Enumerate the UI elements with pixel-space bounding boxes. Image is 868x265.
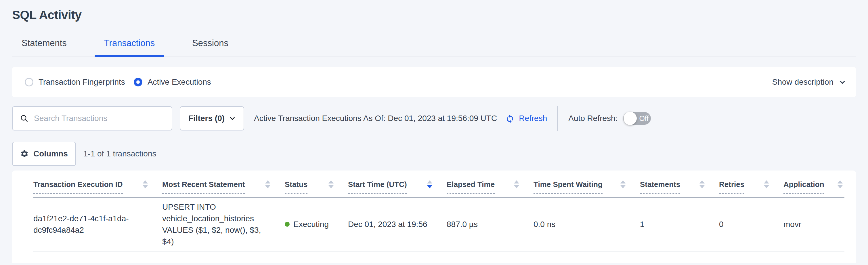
results-count: 1-1 of 1 transactions: [84, 149, 156, 158]
sort-icon: [755, 180, 769, 188]
radio-label: Transaction Fingerprints: [38, 78, 125, 87]
filters-button-label: Filters (0): [188, 114, 225, 123]
retries-cell: 0: [719, 219, 783, 230]
radio-selected-icon: [134, 78, 143, 86]
column-header-most-recent-statement[interactable]: Most Recent Statement: [162, 180, 285, 197]
tab-transactions[interactable]: Transactions: [95, 38, 164, 56]
auto-refresh-toggle[interactable]: Off: [623, 112, 651, 125]
refresh-icon: [504, 113, 516, 124]
view-options-card: Transaction Fingerprints Active Executio…: [12, 67, 856, 97]
toolbar: Filters (0) Active Transaction Execution…: [12, 106, 856, 131]
columns-button-label: Columns: [33, 149, 68, 158]
radio-unselected-icon: [25, 78, 33, 86]
gear-icon: [20, 150, 29, 158]
show-description-label: Show description: [772, 78, 834, 87]
column-header-transaction-execution-id[interactable]: Transaction Execution ID: [33, 180, 162, 197]
time-spent-waiting-cell: 0.0 ns: [533, 219, 640, 230]
chevron-down-icon: [229, 115, 236, 122]
search-input[interactable]: [34, 114, 172, 123]
toggle-knob-icon: [623, 112, 637, 125]
columns-button[interactable]: Columns: [12, 142, 76, 166]
sort-icon: [134, 180, 148, 188]
table-header-row: Transaction Execution ID Most Recent Sta…: [33, 170, 844, 198]
search-icon: [20, 114, 29, 123]
statements-count-cell: 1: [640, 219, 719, 230]
as-of-timestamp: Active Transaction Executions As Of: Dec…: [254, 114, 497, 123]
sort-icon: [256, 180, 270, 188]
auto-refresh-state: Off: [639, 114, 649, 123]
column-header-application[interactable]: Application: [783, 180, 844, 197]
auto-refresh-control: Auto Refresh: Off: [568, 112, 651, 125]
status-cell: Executing: [285, 219, 348, 230]
transactions-table: Transaction Execution ID Most Recent Sta…: [12, 170, 856, 263]
sort-icon-active-desc: [418, 180, 432, 188]
sort-icon: [829, 180, 843, 188]
refresh-label: Refresh: [519, 114, 547, 123]
filters-button[interactable]: Filters (0): [180, 106, 244, 131]
most-recent-statement-cell: UPSERT INTO vehicle_location_histories V…: [162, 201, 281, 247]
sort-icon: [320, 180, 334, 188]
table-row: da1f21e2-de71-4c1f-a1da-dc9fc94a84a2 UPS…: [33, 198, 844, 251]
table-controls: Columns 1-1 of 1 transactions: [12, 142, 856, 166]
sort-icon: [691, 180, 705, 188]
search-box: [12, 106, 172, 131]
tab-statements[interactable]: Statements: [12, 38, 76, 56]
tab-bar: Statements Transactions Sessions: [12, 38, 856, 56]
tab-sessions[interactable]: Sessions: [183, 38, 238, 56]
radio-active-executions[interactable]: Active Executions: [134, 78, 211, 87]
sort-icon: [505, 180, 519, 188]
auto-refresh-label: Auto Refresh:: [568, 114, 618, 123]
column-header-statements[interactable]: Statements: [640, 180, 719, 197]
column-header-retries[interactable]: Retries: [719, 180, 783, 197]
column-header-status[interactable]: Status: [285, 180, 348, 197]
sort-icon: [612, 180, 625, 188]
column-header-time-spent-waiting[interactable]: Time Spent Waiting: [533, 180, 640, 197]
status-label: Executing: [293, 219, 329, 230]
radio-transaction-fingerprints[interactable]: Transaction Fingerprints: [25, 78, 125, 87]
column-header-start-time[interactable]: Start Time (UTC): [348, 180, 447, 197]
status-executing-dot-icon: [285, 222, 290, 227]
column-header-elapsed-time[interactable]: Elapsed Time: [447, 180, 533, 197]
elapsed-time-cell: 887.0 µs: [447, 219, 533, 230]
refresh-button[interactable]: Refresh: [504, 113, 547, 124]
page-title: SQL Activity: [12, 0, 856, 22]
chevron-down-icon: [839, 78, 846, 86]
start-time-cell: Dec 01, 2023 at 19:56: [348, 219, 447, 230]
application-cell: movr: [783, 219, 844, 230]
transaction-execution-id-cell[interactable]: da1f21e2-de71-4c1f-a1da-dc9fc94a84a2: [33, 213, 154, 236]
radio-label: Active Executions: [148, 78, 211, 87]
show-description-button[interactable]: Show description: [772, 78, 846, 87]
toolbar-divider: [557, 106, 558, 131]
